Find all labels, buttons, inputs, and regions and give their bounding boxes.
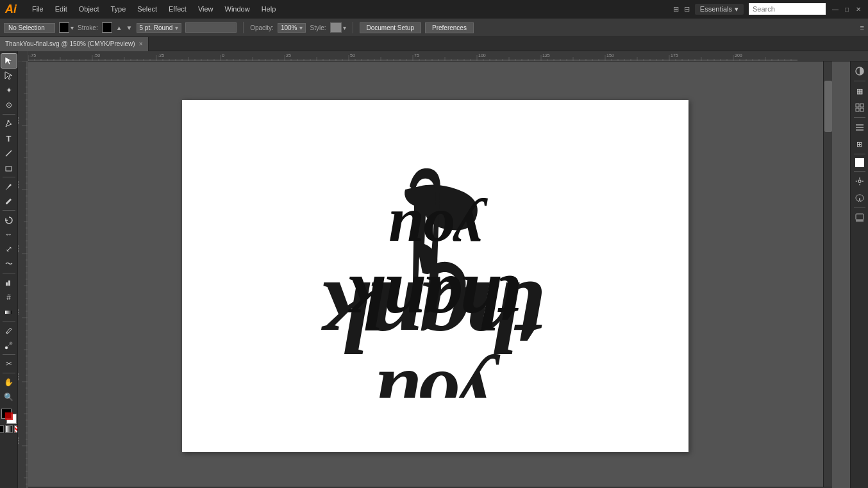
warp-tool[interactable]: 〜 [1, 257, 17, 271]
tool-sep-2 [3, 177, 15, 177]
document-setup-button[interactable]: Document Setup [360, 22, 422, 33]
align-panel-btn[interactable]: ⊞ [853, 137, 867, 151]
artboard: thank you thankyou [182, 100, 689, 452]
stroke-preview [185, 22, 237, 33]
paintbrush-tool[interactable] [1, 179, 17, 193]
menu-type[interactable]: Type [106, 4, 131, 14]
selection-display: No Selection [4, 23, 55, 33]
svg-text:-25: -25 [158, 53, 164, 58]
lasso-tool[interactable]: ⊙ [1, 98, 17, 112]
svg-rect-4 [8, 281, 10, 286]
document-tab[interactable]: ThankYou-final.svg @ 150% (CMYK/Preview)… [0, 37, 149, 51]
menu-view[interactable]: View [193, 4, 219, 14]
pen-tool[interactable] [1, 117, 17, 131]
svg-text:500: 500 [18, 373, 19, 380]
close-button[interactable]: ✕ [854, 4, 863, 13]
main-area: ✦ ⊙ T ↔ ⤢ 〜 [0, 51, 868, 488]
menu-bar: File Edit Object Type Select Effect View… [27, 4, 281, 14]
reflect-tool[interactable]: ↔ [1, 227, 17, 241]
layers-panel-btn[interactable] [853, 120, 867, 134]
stroke-up-arrow[interactable]: ▲ [116, 24, 122, 31]
doc-tab-name: ThankYou-final.svg @ 150% (CMYK/Preview) [5, 40, 135, 47]
type-tool[interactable]: T [1, 131, 17, 145]
app-logo: Ai [5, 3, 17, 16]
canvas-and-vruler: 100200300400500600 [18, 61, 868, 488]
rpanel-sep-2 [854, 117, 865, 118]
white-square-indicator [855, 158, 864, 167]
stroke-label: Stroke: [78, 24, 98, 31]
menu-help[interactable]: Help [256, 4, 281, 14]
eyedropper-tool[interactable] [1, 323, 17, 338]
menu-window[interactable]: Window [220, 4, 255, 14]
search-input[interactable] [749, 3, 826, 15]
svg-rect-226 [860, 104, 864, 107]
doc-tab-close[interactable]: × [139, 40, 143, 47]
stroke-down-arrow[interactable]: ▼ [126, 24, 133, 31]
stroke-dropdown-arrow[interactable]: ▾ [175, 24, 178, 31]
gradient-mode-btn[interactable] [5, 425, 13, 433]
magic-wand-tool[interactable]: ✦ [1, 83, 17, 97]
essentials-dropdown[interactable]: Essentials ▾ [695, 4, 744, 15]
hand-tool[interactable]: ✋ [1, 375, 17, 389]
color-swatches [0, 409, 18, 433]
scissors-tool[interactable]: ✂ [1, 357, 17, 371]
stroke-color-swatch[interactable] [102, 22, 112, 33]
svg-text:-75: -75 [29, 53, 36, 58]
color-panel-btn[interactable] [853, 64, 867, 78]
control-bar: No Selection ▾ Stroke: ▲ ▼ 5 pt. Round ▾… [0, 18, 868, 37]
normal-mode-btn[interactable] [0, 425, 4, 433]
tool-sep-6 [3, 354, 15, 355]
svg-text:150: 150 [606, 53, 614, 58]
doc-tab-bar: ThankYou-final.svg @ 150% (CMYK/Preview)… [0, 37, 868, 51]
menu-select[interactable]: Select [132, 4, 162, 14]
style-arrow[interactable]: ▾ [343, 24, 346, 31]
panel-menu-icon[interactable]: ≡ [860, 24, 864, 31]
canvas-area[interactable]: thank you thankyou [28, 61, 850, 488]
adobe-cc-btn[interactable] [853, 191, 867, 205]
scale-tool[interactable]: ⤢ [1, 242, 17, 256]
svg-text:25: 25 [286, 53, 291, 58]
workspace-icon[interactable]: ⊟ [684, 5, 690, 13]
properties-panel-btn[interactable]: ▦ [853, 84, 867, 98]
gradient-tool[interactable] [1, 305, 17, 319]
left-toolbar: ✦ ⊙ T ↔ ⤢ 〜 [0, 51, 18, 488]
mesh-tool[interactable]: # [1, 290, 17, 304]
style-swatch[interactable] [330, 22, 342, 33]
rect-tool[interactable] [1, 161, 17, 175]
rpanel-sep-5 [854, 207, 865, 208]
menu-file[interactable]: File [27, 4, 49, 14]
style-swatch-container: ▾ [330, 22, 346, 33]
menu-object[interactable]: Object [74, 4, 104, 14]
rpanel-sep-4 [854, 171, 865, 172]
minimize-button[interactable]: — [831, 4, 840, 13]
cc-libraries-btn[interactable] [853, 101, 867, 115]
fill-swatch[interactable] [59, 22, 69, 33]
svg-text:50: 50 [350, 53, 355, 58]
fg-bg-swatch-group[interactable] [1, 409, 17, 424]
svg-text:75: 75 [414, 53, 419, 58]
selection-tool[interactable] [1, 54, 17, 68]
menu-effect[interactable]: Effect [163, 4, 192, 14]
maximize-button[interactable]: □ [842, 4, 851, 13]
opacity-arrow[interactable]: ▾ [299, 24, 303, 31]
vertical-scrollbar[interactable] [823, 61, 832, 488]
blend-tool[interactable] [1, 338, 17, 352]
zoom-tool[interactable]: 🔍 [1, 390, 17, 404]
rotate-tool[interactable] [1, 213, 17, 227]
settings-panel-btn[interactable] [853, 174, 867, 188]
menu-edit[interactable]: Edit [50, 4, 72, 14]
horizontal-ruler: -75-50-250255075100125150175200 [28, 51, 868, 61]
preferences-button[interactable]: Preferences [425, 22, 474, 33]
pencil-tool[interactable] [1, 194, 17, 208]
direct-select-tool[interactable] [1, 69, 17, 83]
svg-line-1 [6, 150, 12, 156]
libraries-panel-btn[interactable] [853, 211, 867, 225]
graph-tool[interactable] [1, 275, 17, 289]
svg-point-7 [6, 332, 8, 333]
separator-1 [243, 22, 244, 33]
line-tool[interactable] [1, 146, 17, 160]
right-panel: ▦ [850, 61, 868, 488]
artwork-container: thankyou [350, 204, 521, 335]
arrange-icon[interactable]: ⊞ [673, 5, 679, 13]
scroll-thumb-vertical[interactable] [824, 81, 832, 132]
